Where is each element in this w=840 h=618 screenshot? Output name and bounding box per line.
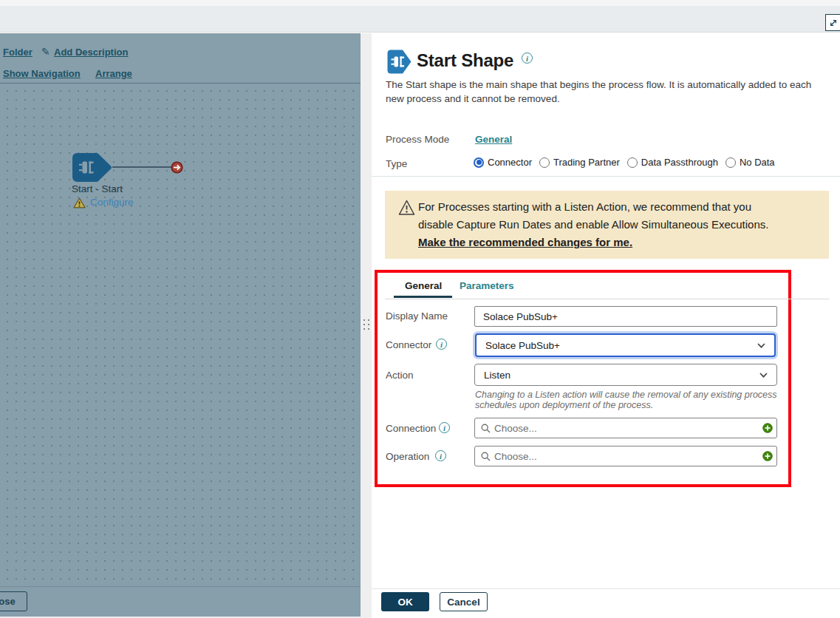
dialog-description-line2: new process and it cannot be removed. <box>386 93 560 104</box>
edit-pencil-icon: ✎ <box>41 46 50 58</box>
warning-banner: For Processes starting with a Listen Act… <box>385 191 829 259</box>
action-label: Action <box>386 370 414 381</box>
connection-info-icon[interactable]: i <box>439 422 450 433</box>
configure-link[interactable]: Configure <box>90 197 134 208</box>
connection-label: Connection <box>386 423 436 434</box>
connector-label: Connector <box>386 339 431 350</box>
cancel-button[interactable]: Cancel <box>440 592 488 611</box>
title-info-icon[interactable]: i <box>522 52 533 64</box>
shape-name-label: Start - Start <box>72 183 123 194</box>
search-icon <box>481 424 491 433</box>
folder-link[interactable]: Folder <box>3 47 33 58</box>
footer-divider <box>372 588 840 589</box>
display-name-input[interactable] <box>474 306 777 327</box>
canvas-bottom-separator <box>0 586 361 587</box>
connection-picker[interactable]: Choose... <box>474 418 777 438</box>
close-button[interactable]: Close <box>0 591 27 611</box>
operation-picker[interactable]: Choose... <box>474 446 777 466</box>
process-canvas[interactable] <box>0 84 361 586</box>
resizer-grip-icon <box>363 319 369 332</box>
stop-endpoint-icon[interactable] <box>171 161 183 174</box>
tab-general[interactable]: General <box>405 280 442 291</box>
radio-data-passthrough-label: Data Passthrough <box>641 157 718 168</box>
action-note-line2: schedules upon deployment of the process… <box>475 400 653 410</box>
action-note-line1: Changing to a Listen action will cause t… <box>475 390 777 400</box>
operation-label: Operation <box>386 451 429 462</box>
action-select[interactable]: Listen <box>474 364 777 386</box>
operation-placeholder: Choose... <box>494 451 759 462</box>
process-mode-link[interactable]: General <box>475 134 512 145</box>
display-name-label: Display Name <box>386 310 448 322</box>
connector-line <box>112 166 171 168</box>
connection-placeholder: Choose... <box>494 423 759 434</box>
radio-no-data-control[interactable] <box>725 157 736 168</box>
dialog-description-line1: The Start shape is the main shape that b… <box>386 79 811 90</box>
add-connection-icon[interactable] <box>762 423 773 433</box>
warning-text-line1: For Processes starting with a Listen Act… <box>418 198 751 216</box>
tab-parameters[interactable]: Parameters <box>460 280 514 291</box>
radio-no-data[interactable]: No Data <box>725 157 775 168</box>
expand-icon <box>829 18 838 27</box>
radio-no-data-label: No Data <box>740 157 775 168</box>
radio-connector-control[interactable] <box>474 157 484 168</box>
panel-resizer[interactable] <box>361 33 372 618</box>
radio-trading-partner-label: Trading Partner <box>553 157 620 168</box>
process-mode-label: Process Mode <box>386 134 449 145</box>
warning-action-link[interactable]: Make the recommended changes for me. <box>418 234 632 251</box>
section-divider <box>372 176 840 177</box>
tab-bottom-line <box>385 299 829 299</box>
tab-active-underline <box>394 296 452 298</box>
add-description-link[interactable]: Add Description <box>54 47 128 58</box>
action-select-value: Listen <box>484 370 511 381</box>
warning-triangle-icon <box>73 197 86 208</box>
radio-trading-partner-control[interactable] <box>539 157 550 168</box>
dialog-title: Start Shape <box>417 50 513 71</box>
start-shape-dialog: Start Shape i The Start shape is the mai… <box>372 33 840 618</box>
radio-data-passthrough-control[interactable] <box>627 157 638 168</box>
type-radio-group: Connector Trading Partner Data Passthrou… <box>474 157 775 168</box>
radio-data-passthrough[interactable]: Data Passthrough <box>627 157 718 168</box>
chevron-down-icon <box>759 373 768 378</box>
add-operation-icon[interactable] <box>762 451 773 461</box>
search-icon <box>481 452 491 461</box>
type-label: Type <box>386 158 407 169</box>
radio-trading-partner[interactable]: Trading Partner <box>539 157 620 168</box>
top-bar <box>0 0 840 33</box>
process-canvas-panel: Folder ✎ Add Description Show Navigation… <box>0 33 361 618</box>
connector-select[interactable]: Solace PubSub+ <box>475 333 776 357</box>
radio-connector[interactable]: Connector <box>474 157 532 168</box>
warning-text-line2: disable Capture Run Dates and enable All… <box>418 216 768 234</box>
ok-button[interactable]: OK <box>381 592 429 611</box>
arrange-link[interactable]: Arrange <box>95 68 132 79</box>
expand-button[interactable] <box>825 14 840 31</box>
connector-select-value: Solace PubSub+ <box>485 340 560 351</box>
show-navigation-link[interactable]: Show Navigation <box>3 68 81 79</box>
start-shape[interactable] <box>72 152 113 183</box>
warning-banner-icon <box>398 199 415 217</box>
start-shape-icon <box>386 49 412 75</box>
radio-connector-label: Connector <box>488 157 532 168</box>
connector-info-icon[interactable]: i <box>436 339 447 350</box>
chevron-down-icon <box>757 343 765 348</box>
operation-info-icon[interactable]: i <box>435 450 446 461</box>
top-strip <box>0 0 840 6</box>
